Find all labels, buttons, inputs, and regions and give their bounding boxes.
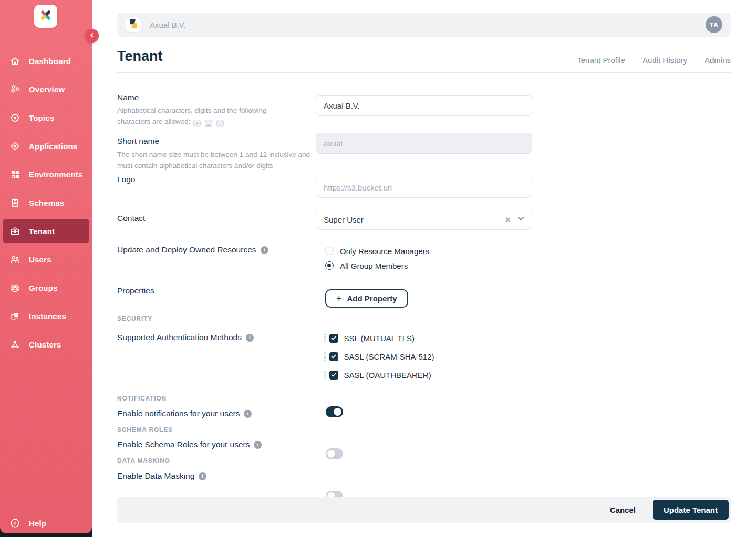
contact-select[interactable]: Super User ✕ <box>316 209 532 230</box>
chevron-left-icon <box>89 32 95 40</box>
auth-method-row: SASL (SCRAM-SHA-512) <box>324 351 434 362</box>
schema-roles-toggle[interactable] <box>326 448 343 459</box>
sidebar-item-schemas[interactable]: Schemas <box>0 188 92 217</box>
key-badge-dash: - <box>193 120 201 127</box>
short-name-label: Short name <box>117 135 159 148</box>
users-icon <box>9 254 20 265</box>
sidebar-item-label: Applications <box>29 142 77 151</box>
sidebar-item-label: Schemas <box>29 198 64 207</box>
info-icon[interactable]: i <box>199 472 206 480</box>
tenant-mark-icon <box>128 18 139 31</box>
name-label: Name <box>117 91 139 104</box>
sidebar-item-overview[interactable]: Overview <box>0 75 92 103</box>
schema-roles-heading: SCHEMA ROLES <box>117 426 173 434</box>
radio-all-group-members[interactable]: All Group Members <box>325 258 429 273</box>
topbar: Axual B.V. TA <box>117 13 731 37</box>
sidebar-item-instances[interactable]: Instances <box>0 302 92 330</box>
page-tabs: Tenant Profile Audit History Admins <box>577 56 731 65</box>
chevron-down-icon[interactable] <box>516 214 525 225</box>
sidebar-item-users[interactable]: Users <box>0 245 92 273</box>
contact-selected-value: Super User <box>324 215 504 224</box>
enable-schema-roles-label: Enable Schema Roles for your users i <box>117 438 262 451</box>
group-icon <box>9 282 20 293</box>
sidebar-item-label: Environments <box>29 170 82 179</box>
sidebar-item-dashboard[interactable]: Dashboard <box>0 47 92 75</box>
plus-icon: + <box>336 294 342 303</box>
auth-method-row: SASL (OAUTHBEARER) <box>324 369 434 381</box>
sidebar-collapse-button[interactable] <box>85 29 99 43</box>
briefcase-icon <box>9 226 20 237</box>
info-icon[interactable]: i <box>254 441 262 449</box>
auth-method-row: SSL (MUTUAL TLS) <box>324 332 434 344</box>
info-icon[interactable]: i <box>246 334 254 342</box>
enable-data-masking-label: Enable Data Masking i <box>117 470 206 482</box>
key-badge-dot: . <box>216 120 224 127</box>
sidebar-item-label: Overview <box>29 85 65 94</box>
header-divider <box>117 72 731 73</box>
info-icon[interactable]: i <box>244 410 252 418</box>
key-badge-underscore: _ <box>205 120 212 127</box>
form-footer: Cancel Update Tenant <box>117 497 731 523</box>
cancel-button[interactable]: Cancel <box>606 506 640 514</box>
drag-handle-icon[interactable] <box>324 352 326 361</box>
contact-label: Contact <box>117 212 145 225</box>
logo-label: Logo <box>117 173 135 186</box>
auth-methods-label: Supported Authentication Methods i <box>117 331 254 344</box>
sidebar-item-label: Dashboard <box>29 57 71 66</box>
info-icon[interactable]: i <box>261 246 268 254</box>
sidebar-item-topics[interactable]: Topics <box>0 103 92 132</box>
checkbox-checked-icon[interactable] <box>329 334 338 343</box>
properties-label: Properties <box>117 285 154 297</box>
clipboard-icon <box>9 197 20 208</box>
svg-text:?: ? <box>14 520 17 525</box>
tab-audit-history[interactable]: Audit History <box>643 56 687 65</box>
home-icon <box>9 56 20 67</box>
radio-icon[interactable] <box>325 247 334 255</box>
sidebar-item-label: Clusters <box>29 340 61 349</box>
sidebar-item-label: Groups <box>29 283 58 292</box>
sidebar-item-label: Instances <box>29 312 66 321</box>
diamond-icon <box>9 141 20 152</box>
update-tenant-button[interactable]: Update Tenant <box>653 500 729 520</box>
logo-url-input[interactable] <box>316 177 532 198</box>
grid-icon <box>9 169 20 180</box>
sidebar-item-environments[interactable]: Environments <box>0 160 92 188</box>
name-input[interactable] <box>316 95 532 116</box>
drag-handle-icon[interactable] <box>324 371 326 379</box>
sidebar-item-help[interactable]: ? Help <box>0 509 92 537</box>
sidebar-item-groups[interactable]: Groups <box>0 273 92 302</box>
auth-methods-list: SSL (MUTUAL TLS) SASL (SCRAM-SHA-512) SA… <box>324 332 434 387</box>
record-circle-icon <box>9 112 20 123</box>
radio-only-resource-managers[interactable]: Only Resource Managers <box>325 244 429 258</box>
axual-x-icon <box>38 7 54 25</box>
sidebar-item-applications[interactable]: Applications <box>0 132 92 160</box>
update-deploy-label: Update and Deploy Owned Resources i <box>117 244 268 256</box>
update-deploy-radio-group: Only Resource Managers All Group Members <box>325 244 429 273</box>
data-masking-heading: DATA MASKING <box>117 457 170 465</box>
sidebar-item-tenant[interactable]: Tenant <box>3 219 89 243</box>
security-heading: SECURITY <box>117 315 152 322</box>
tab-admins[interactable]: Admins <box>705 56 731 65</box>
toggle-knob <box>327 450 335 458</box>
clear-icon[interactable]: ✕ <box>504 216 511 224</box>
drag-handle-icon[interactable] <box>324 334 326 342</box>
short-name-helper: The short name size must be between 1 an… <box>117 149 310 171</box>
sidebar-item-clusters[interactable]: Clusters <box>0 330 92 359</box>
add-property-button[interactable]: + Add Property <box>325 289 408 308</box>
notifications-toggle[interactable] <box>326 406 343 417</box>
diamond-scatter-icon <box>9 84 20 95</box>
page-title: Tenant <box>117 48 163 65</box>
sidebar-item-label: Topics <box>29 113 54 122</box>
tenant-logo <box>126 17 141 32</box>
tab-tenant-profile[interactable]: Tenant Profile <box>577 56 625 65</box>
radio-checked-icon[interactable] <box>325 261 334 270</box>
checkbox-checked-icon[interactable] <box>329 352 338 361</box>
checkbox-checked-icon[interactable] <box>329 371 338 380</box>
sidebar-item-label: Users <box>29 255 51 264</box>
short-name-input <box>316 133 532 154</box>
user-avatar[interactable]: TA <box>706 16 722 33</box>
sidebar-item-label: Tenant <box>29 227 55 236</box>
notification-heading: NOTIFICATION <box>117 395 167 402</box>
cluster-triangle-icon <box>9 339 20 350</box>
stacked-squares-icon <box>9 311 20 322</box>
